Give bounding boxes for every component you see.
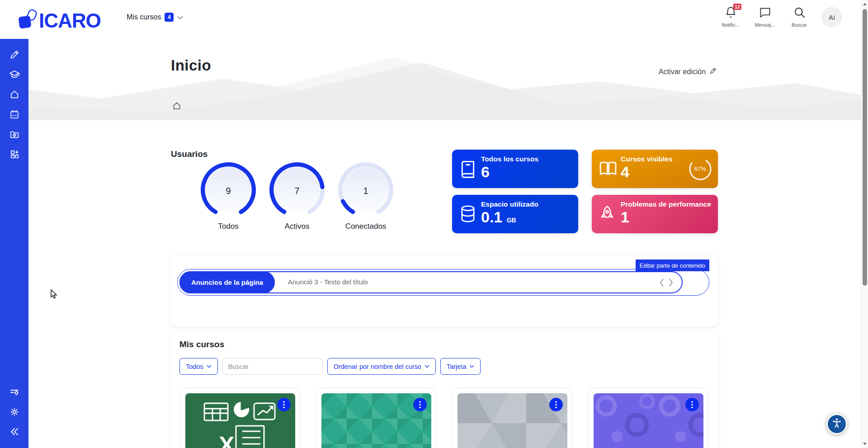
nav-my-courses-label: Mis cursos	[127, 13, 161, 21]
visible-courses-ring: 67%	[688, 157, 712, 181]
stat-card-title: Cursos visibles	[621, 155, 673, 163]
gauge-todos-value: 9	[199, 186, 258, 196]
database-icon	[459, 205, 476, 225]
stat-card-value: 1	[621, 208, 629, 226]
open-book-icon	[599, 160, 617, 179]
users-section-title: Usuarios	[171, 149, 208, 159]
course-search-input[interactable]	[222, 358, 323, 375]
stat-card-value: 4	[621, 163, 629, 181]
ring-percentage: 67%	[688, 165, 712, 172]
sidebar-top-group	[0, 45, 28, 164]
gauge-conectados: 1 Conectados	[336, 160, 395, 236]
user-gauges: 9 Todos 7 Activos 1 Conectados	[199, 160, 395, 236]
breadcrumb-home-icon[interactable]	[172, 101, 181, 112]
nav-my-courses[interactable]: Mis cursos 4	[127, 13, 183, 22]
course-card-3[interactable]	[452, 387, 572, 448]
page-title: Inicio	[171, 57, 211, 74]
search-icon	[793, 6, 806, 20]
scroll-down-arrow[interactable]	[863, 443, 867, 445]
stat-card-title: Todos los cursos	[481, 155, 538, 163]
home-icon[interactable]	[0, 85, 28, 104]
icaro-logo[interactable]: ICARO	[18, 8, 101, 33]
stat-card-visible-courses[interactable]: Cursos visibles 4 67%	[592, 150, 718, 188]
kebab-menu-icon[interactable]	[413, 398, 427, 411]
course-image-excel: X	[185, 393, 295, 448]
search-label: Buscar	[792, 22, 807, 28]
course-card-2[interactable]	[316, 387, 436, 448]
announcements-tab[interactable]: Anuncios de la página	[179, 271, 275, 293]
chat-icon	[759, 6, 771, 20]
pencil-icon	[709, 67, 717, 76]
topbar-actions: 12 Notific... Mensaj... Buscar	[719, 6, 842, 28]
my-courses-panel: Mis cursos Todos Ordenar por nombre del …	[170, 333, 718, 448]
svg-text:X: X	[219, 432, 235, 448]
stat-card-space-used[interactable]: Espacio utilizado 0.1 GB	[452, 195, 578, 233]
course-card-1[interactable]: X	[179, 387, 300, 448]
announcements-carousel: Anuncios de la página Anunció 3 - Texto …	[179, 271, 683, 293]
sidebar-bottom-group	[0, 382, 28, 442]
messages-label: Mensaj...	[755, 22, 775, 28]
graduation-cap-icon[interactable]	[0, 65, 28, 85]
search-button[interactable]: Buscar	[788, 6, 811, 28]
mountain-background	[28, 39, 861, 120]
logo-text: ICARO	[39, 9, 101, 32]
collapse-left-icon[interactable]	[0, 422, 28, 442]
stat-card-performance[interactable]: Problemas de performance 1	[592, 195, 718, 233]
book-icon	[459, 160, 476, 180]
notifications-label: Notific...	[722, 22, 740, 28]
folder-gear-icon[interactable]	[0, 124, 28, 144]
course-image-teal-pattern	[321, 393, 431, 448]
course-image-purple-pattern	[594, 393, 703, 448]
gauge-conectados-label: Conectados	[330, 222, 402, 231]
messages-button[interactable]: Mensaj...	[753, 6, 777, 28]
calendar-icon[interactable]	[0, 104, 28, 124]
gauge-conectados-value: 1	[336, 186, 395, 196]
pencil-icon[interactable]	[0, 45, 28, 65]
gear-icon[interactable]	[0, 402, 28, 422]
page-header-band: Inicio Activar edición	[28, 39, 861, 120]
course-image-gray-pattern	[458, 393, 567, 448]
blocks-add-icon[interactable]	[0, 144, 28, 164]
accessibility-button[interactable]	[826, 414, 847, 434]
scroll-up-arrow[interactable]	[863, 3, 867, 5]
nav-my-courses-badge: 4	[165, 13, 174, 22]
kebab-menu-icon[interactable]	[277, 398, 291, 411]
notifications-count-badge: 12	[733, 4, 741, 10]
chevron-right-icon[interactable]	[668, 278, 674, 287]
topbar: ICARO Mis cursos 4 12 Notific...	[0, 0, 868, 39]
filter-all-dropdown[interactable]: Todos	[179, 358, 218, 375]
edit-content-part-tag[interactable]: Editar parte de contenido	[636, 259, 709, 271]
course-filters: Todos Ordenar por nombre del curso Tarje…	[179, 358, 481, 375]
sidebar	[0, 39, 28, 448]
gauge-todos: 9 Todos	[199, 160, 258, 236]
gauge-activos: 7 Activos	[268, 160, 326, 236]
gauge-activos-value: 7	[268, 186, 326, 196]
screen: ICARO Mis cursos 4 12 Notific...	[0, 0, 868, 448]
gauge-activos-label: Activos	[261, 222, 333, 231]
chevron-down-icon	[177, 13, 183, 21]
chevron-left-icon[interactable]	[659, 278, 665, 287]
stat-card-value: 0.1 GB	[481, 208, 516, 226]
scrollbar-thumb[interactable]	[863, 9, 867, 286]
course-card-4[interactable]	[588, 387, 708, 448]
stat-card-value: 6	[481, 163, 490, 181]
accessibility-icon	[831, 417, 843, 431]
stat-card-title: Espacio utilizado	[481, 200, 538, 208]
carousel-arrows	[659, 278, 674, 287]
activate-editing-button[interactable]: Activar edición	[659, 67, 717, 76]
kebab-menu-icon[interactable]	[685, 398, 699, 411]
gauge-todos-label: Todos	[192, 222, 264, 231]
avatar[interactable]: AI	[822, 7, 842, 27]
view-mode-dropdown[interactable]: Tarjeta	[440, 358, 481, 375]
notifications-button[interactable]: 12 Notific...	[719, 6, 742, 28]
stat-card-all-courses[interactable]: Todos los cursos 6	[452, 150, 578, 188]
sort-dropdown[interactable]: Ordenar por nombre del curso	[327, 358, 436, 375]
announcement-current-title: Anunció 3 - Texto del título	[288, 278, 368, 286]
vertical-scrollbar	[861, 0, 868, 448]
kebab-menu-icon[interactable]	[549, 398, 563, 411]
rocket-icon	[599, 205, 615, 225]
course-grid: X	[179, 387, 708, 448]
mouse-cursor	[50, 289, 59, 301]
my-courses-title: Mis cursos	[179, 340, 224, 349]
list-gear-icon[interactable]	[0, 382, 28, 402]
